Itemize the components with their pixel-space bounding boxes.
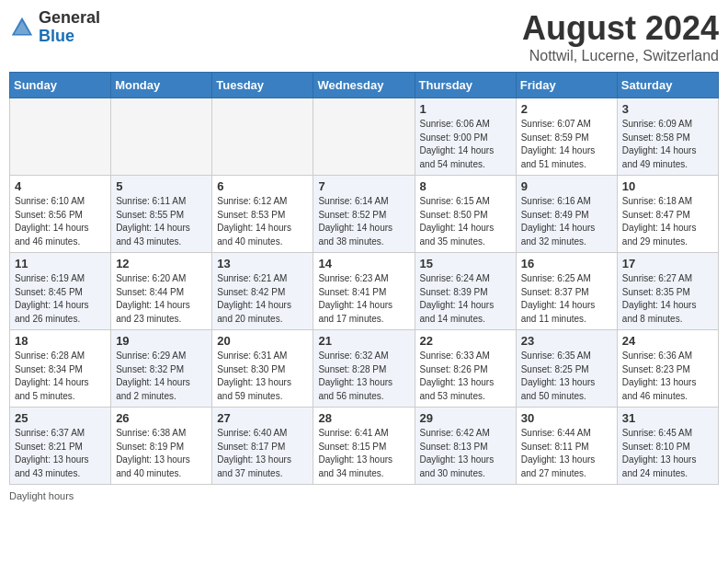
day-number: 17 — [622, 257, 713, 270]
day-number: 25 — [15, 411, 106, 425]
day-info: Sunrise: 6:36 AM Sunset: 8:23 PM Dayligh… — [622, 350, 713, 403]
day-number: 7 — [318, 179, 409, 193]
day-info: Sunrise: 6:20 AM Sunset: 8:44 PM Dayligh… — [116, 272, 207, 326]
day-number: 11 — [15, 257, 106, 270]
calendar-cell: 26Sunrise: 6:38 AM Sunset: 8:19 PM Dayli… — [111, 408, 212, 485]
calendar-cell: 20Sunrise: 6:31 AM Sunset: 8:30 PM Dayli… — [212, 330, 313, 408]
day-info: Sunrise: 6:09 AM Sunset: 8:58 PM Dayligh… — [622, 118, 713, 171]
day-number: 10 — [622, 179, 713, 193]
day-info: Sunrise: 6:25 AM Sunset: 8:37 PM Dayligh… — [521, 272, 612, 326]
logo: General Blue — [9, 9, 100, 46]
day-info: Sunrise: 6:21 AM Sunset: 8:42 PM Dayligh… — [217, 272, 308, 326]
calendar-cell: 14Sunrise: 6:23 AM Sunset: 8:41 PM Dayli… — [313, 253, 415, 330]
day-header-monday: Monday — [111, 73, 212, 98]
calendar-cell: 7Sunrise: 6:14 AM Sunset: 8:52 PM Daylig… — [313, 176, 415, 253]
day-number: 15 — [420, 257, 511, 270]
day-info: Sunrise: 6:45 AM Sunset: 8:10 PM Dayligh… — [622, 427, 713, 480]
calendar-cell — [111, 98, 212, 176]
day-info: Sunrise: 6:27 AM Sunset: 8:35 PM Dayligh… — [622, 272, 713, 326]
calendar-cell: 30Sunrise: 6:44 AM Sunset: 8:11 PM Dayli… — [516, 408, 617, 485]
calendar-cell — [212, 98, 313, 176]
day-number: 8 — [420, 179, 511, 193]
day-number: 27 — [217, 411, 308, 425]
day-info: Sunrise: 6:10 AM Sunset: 8:56 PM Dayligh… — [15, 195, 106, 248]
week-row-2: 4Sunrise: 6:10 AM Sunset: 8:56 PM Daylig… — [10, 176, 719, 253]
calendar-cell — [10, 98, 111, 176]
day-number: 22 — [420, 334, 511, 348]
day-number: 29 — [420, 411, 511, 425]
calendar-cell: 1Sunrise: 6:06 AM Sunset: 9:00 PM Daylig… — [415, 98, 516, 176]
calendar-subtitle: Nottwil, Lucerne, Switzerland — [522, 48, 719, 64]
day-number: 4 — [15, 179, 106, 193]
calendar-cell: 29Sunrise: 6:42 AM Sunset: 8:13 PM Dayli… — [415, 408, 516, 485]
day-number: 18 — [15, 334, 106, 348]
day-number: 30 — [521, 411, 612, 425]
day-number: 2 — [521, 102, 612, 116]
calendar-cell: 10Sunrise: 6:18 AM Sunset: 8:47 PM Dayli… — [617, 176, 718, 253]
day-number: 13 — [217, 257, 308, 270]
day-info: Sunrise: 6:15 AM Sunset: 8:50 PM Dayligh… — [420, 195, 511, 248]
calendar-cell: 21Sunrise: 6:32 AM Sunset: 8:28 PM Dayli… — [313, 330, 415, 408]
calendar-cell: 22Sunrise: 6:33 AM Sunset: 8:26 PM Dayli… — [415, 330, 516, 408]
calendar-cell: 25Sunrise: 6:37 AM Sunset: 8:21 PM Dayli… — [10, 408, 111, 485]
day-info: Sunrise: 6:28 AM Sunset: 8:34 PM Dayligh… — [15, 350, 106, 403]
calendar-cell: 16Sunrise: 6:25 AM Sunset: 8:37 PM Dayli… — [516, 253, 617, 330]
calendar-cell: 5Sunrise: 6:11 AM Sunset: 8:55 PM Daylig… — [111, 176, 212, 253]
day-number: 12 — [116, 257, 207, 270]
day-info: Sunrise: 6:24 AM Sunset: 8:39 PM Dayligh… — [420, 272, 511, 326]
calendar-cell: 18Sunrise: 6:28 AM Sunset: 8:34 PM Dayli… — [10, 330, 111, 408]
logo-text: General Blue — [39, 9, 100, 46]
day-info: Sunrise: 6:44 AM Sunset: 8:11 PM Dayligh… — [521, 427, 612, 480]
day-number: 20 — [217, 334, 308, 348]
day-info: Sunrise: 6:11 AM Sunset: 8:55 PM Dayligh… — [116, 195, 207, 248]
day-header-thursday: Thursday — [415, 73, 516, 98]
calendar-cell: 17Sunrise: 6:27 AM Sunset: 8:35 PM Dayli… — [617, 253, 718, 330]
day-header-friday: Friday — [516, 73, 617, 98]
day-info: Sunrise: 6:18 AM Sunset: 8:47 PM Dayligh… — [622, 195, 713, 248]
calendar-cell: 9Sunrise: 6:16 AM Sunset: 8:49 PM Daylig… — [516, 176, 617, 253]
day-number: 21 — [318, 334, 409, 348]
day-info: Sunrise: 6:07 AM Sunset: 8:59 PM Dayligh… — [521, 118, 612, 171]
header: General Blue August 2024 Nottwil, Lucern… — [9, 9, 719, 64]
calendar-cell: 13Sunrise: 6:21 AM Sunset: 8:42 PM Dayli… — [212, 253, 313, 330]
footer-note: Daylight hours — [9, 490, 719, 501]
calendar-cell: 3Sunrise: 6:09 AM Sunset: 8:58 PM Daylig… — [617, 98, 718, 176]
day-number: 26 — [116, 411, 207, 425]
day-number: 3 — [622, 102, 713, 116]
day-info: Sunrise: 6:06 AM Sunset: 9:00 PM Dayligh… — [420, 118, 511, 171]
calendar-cell: 23Sunrise: 6:35 AM Sunset: 8:25 PM Dayli… — [516, 330, 617, 408]
week-row-3: 11Sunrise: 6:19 AM Sunset: 8:45 PM Dayli… — [10, 253, 719, 330]
day-info: Sunrise: 6:12 AM Sunset: 8:53 PM Dayligh… — [217, 195, 308, 248]
day-info: Sunrise: 6:37 AM Sunset: 8:21 PM Dayligh… — [15, 427, 106, 480]
week-row-1: 1Sunrise: 6:06 AM Sunset: 9:00 PM Daylig… — [10, 98, 719, 176]
calendar-cell: 24Sunrise: 6:36 AM Sunset: 8:23 PM Dayli… — [617, 330, 718, 408]
calendar-cell: 6Sunrise: 6:12 AM Sunset: 8:53 PM Daylig… — [212, 176, 313, 253]
day-info: Sunrise: 6:33 AM Sunset: 8:26 PM Dayligh… — [420, 350, 511, 403]
calendar-cell: 27Sunrise: 6:40 AM Sunset: 8:17 PM Dayli… — [212, 408, 313, 485]
day-number: 1 — [420, 102, 511, 116]
calendar-cell: 19Sunrise: 6:29 AM Sunset: 8:32 PM Dayli… — [111, 330, 212, 408]
day-header-sunday: Sunday — [10, 73, 111, 98]
day-info: Sunrise: 6:38 AM Sunset: 8:19 PM Dayligh… — [116, 427, 207, 480]
day-number: 23 — [521, 334, 612, 348]
day-header-saturday: Saturday — [617, 73, 718, 98]
calendar-cell: 31Sunrise: 6:45 AM Sunset: 8:10 PM Dayli… — [617, 408, 718, 485]
day-info: Sunrise: 6:23 AM Sunset: 8:41 PM Dayligh… — [318, 272, 409, 326]
day-info: Sunrise: 6:19 AM Sunset: 8:45 PM Dayligh… — [15, 272, 106, 326]
week-row-4: 18Sunrise: 6:28 AM Sunset: 8:34 PM Dayli… — [10, 330, 719, 408]
calendar-cell: 8Sunrise: 6:15 AM Sunset: 8:50 PM Daylig… — [415, 176, 516, 253]
day-info: Sunrise: 6:41 AM Sunset: 8:15 PM Dayligh… — [318, 427, 409, 480]
calendar-cell — [313, 98, 415, 176]
day-number: 5 — [116, 179, 207, 193]
day-number: 24 — [622, 334, 713, 348]
calendar-table: SundayMondayTuesdayWednesdayThursdayFrid… — [9, 72, 719, 485]
day-info: Sunrise: 6:40 AM Sunset: 8:17 PM Dayligh… — [217, 427, 308, 480]
day-number: 28 — [318, 411, 409, 425]
day-number: 9 — [521, 179, 612, 193]
day-number: 19 — [116, 334, 207, 348]
logo-icon — [9, 15, 35, 40]
day-number: 16 — [521, 257, 612, 270]
header-row: SundayMondayTuesdayWednesdayThursdayFrid… — [10, 73, 719, 98]
day-header-wednesday: Wednesday — [313, 73, 415, 98]
calendar-cell: 2Sunrise: 6:07 AM Sunset: 8:59 PM Daylig… — [516, 98, 617, 176]
